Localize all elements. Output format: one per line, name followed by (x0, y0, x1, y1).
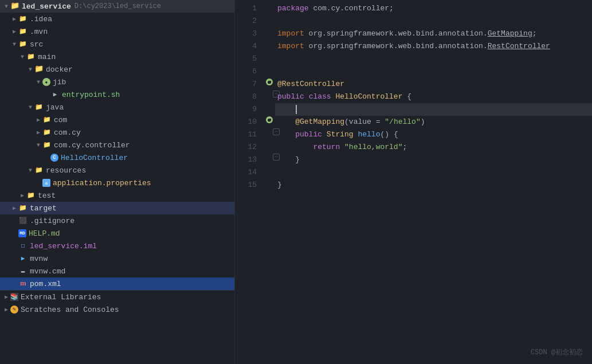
tree-com-cy[interactable]: 📁 com.cy (0, 126, 234, 139)
com-cy-folder-icon: 📁 (42, 128, 52, 137)
resources-folder-icon: 📁 (34, 166, 44, 175)
src-label: src (30, 40, 43, 49)
code-line-2 (275, 15, 592, 28)
com-cy-label: com.cy (54, 128, 81, 137)
code-line-15: } (275, 179, 592, 191)
sidebar-bottom: 📚 External Libraries ✎ Scratches and Con… (0, 290, 234, 316)
mvnw-icon: ▶ (18, 254, 28, 263)
code-line-3: import org.springframework.web.bind.anno… (275, 28, 592, 40)
tree-com[interactable]: 📁 com (0, 113, 234, 126)
gitignore-icon: ⬛ (18, 216, 28, 225)
scratches-icon: ✎ (10, 306, 18, 314)
code-line-5 (275, 53, 592, 65)
help-md-label: HELP.md (29, 229, 60, 238)
main-arrow (18, 54, 26, 60)
resources-label: resources (46, 166, 86, 175)
root-folder-icon: 📁 (10, 2, 19, 11)
tree-gitignore[interactable]: ⬛ .gitignore (0, 214, 234, 227)
root-label: led_service (22, 2, 71, 11)
file-tree[interactable]: 📁 led_service D:\cy2023\led_service 📁 .i… (0, 0, 235, 364)
ext-lib-arrow (2, 293, 10, 300)
spring-gutter-icon-10[interactable] (265, 116, 274, 125)
code-line-1: package com.cy.controller; (275, 2, 592, 15)
ext-lib-icon: 📚 (10, 293, 18, 301)
com-arrow (34, 116, 42, 123)
tree-target[interactable]: 📁 target (0, 202, 234, 214)
tree-application-properties[interactable]: a application.properties (0, 177, 234, 189)
tree-main[interactable]: 📁 main (0, 50, 234, 63)
tree-external-libraries[interactable]: 📚 External Libraries (0, 291, 234, 303)
mvnw-cmd-icon: ▬ (18, 267, 28, 276)
code-line-9 (275, 103, 592, 116)
gitignore-label: .gitignore (30, 217, 75, 225)
src-folder-icon: 📁 (18, 40, 28, 49)
code-line-6 (275, 65, 592, 78)
mvn-label: .mvn (30, 28, 48, 36)
tree-iml[interactable]: ◻ led_service.iml (0, 240, 234, 252)
docker-arrow (26, 66, 34, 73)
tree-mvn[interactable]: 📁 .mvn (0, 25, 234, 38)
tree-pom-xml[interactable]: 𝐦 pom.xml (0, 277, 234, 290)
docker-folder-icon: 📁 (34, 65, 44, 74)
watermark: CSDN @初念初恋 (531, 347, 583, 357)
idea-label: .idea (30, 15, 52, 24)
tree-test[interactable]: 📁 test (0, 189, 234, 202)
ext-lib-label: External Libraries (21, 293, 101, 302)
com-cy-controller-arrow (34, 142, 42, 148)
root-path: D:\cy2023\led_service (75, 2, 161, 10)
code-area: 1 2 3 4 5 6 7 8 9 10 11 12 13 14 15 (235, 0, 592, 364)
scratches-arrow (2, 306, 10, 313)
com-cy-controller-label: com.cy.controller (54, 141, 130, 150)
code-line-11: public String hello() { (275, 128, 592, 141)
entrypoint-label: entrypoint.sh (62, 91, 120, 99)
tree-docker[interactable]: 📁 docker (0, 63, 234, 76)
com-cy-arrow (34, 129, 42, 136)
code-line-16 (275, 191, 592, 204)
tree-root[interactable]: 📁 led_service D:\cy2023\led_service (0, 0, 234, 13)
code-line-14 (275, 166, 592, 179)
mvnw-label: mvnw (30, 255, 48, 263)
tree-help-md[interactable]: MD HELP.md (0, 227, 234, 240)
idea-folder-icon: 📁 (18, 14, 28, 24)
tree-resources[interactable]: 📁 resources (0, 164, 234, 177)
target-arrow (10, 205, 18, 212)
code-line-12: return "hello,world"; (275, 141, 592, 154)
tree-mvnw-cmd[interactable]: ▬ mvnw.cmd (0, 265, 234, 277)
resources-arrow (26, 167, 34, 174)
main-label: main (38, 53, 56, 61)
code-content: package com.cy.controller; import org.sp… (275, 2, 592, 364)
target-label: target (30, 204, 57, 213)
code-gutter: − − − (264, 2, 275, 364)
mvnw-cmd-label: mvnw.cmd (30, 267, 65, 276)
tree-hello-controller[interactable]: C HelloController (0, 151, 234, 164)
line-numbers: 1 2 3 4 5 6 7 8 9 10 11 12 13 14 15 (235, 2, 264, 364)
idea-arrow (10, 15, 18, 22)
com-folder-icon: 📁 (42, 115, 52, 124)
app-props-label: application.properties (53, 179, 151, 187)
tree-idea[interactable]: 📁 .idea (0, 13, 234, 25)
help-md-badge: MD (18, 229, 26, 237)
tree-mvnw[interactable]: ▶ mvnw (0, 252, 234, 265)
tree-src[interactable]: 📁 src (0, 38, 234, 50)
test-arrow (18, 192, 26, 199)
code-line-10: @GetMapping(value = "/hello") (275, 116, 592, 128)
mvn-folder-icon: 📁 (18, 27, 28, 36)
entrypoint-icon: ▶ (50, 90, 60, 99)
tree-com-cy-controller[interactable]: 📁 com.cy.controller (0, 139, 234, 151)
java-folder-icon: 📁 (34, 103, 44, 112)
pom-label: pom.xml (30, 280, 61, 288)
code-line-4: import org.springframework.web.bind.anno… (275, 40, 592, 53)
iml-label: led_service.iml (30, 242, 97, 251)
jib-arrow (34, 79, 42, 85)
test-folder-icon: 📁 (26, 191, 36, 200)
hello-controller-icon: C (50, 154, 58, 162)
code-line-7: @RestController (275, 78, 592, 91)
target-folder-icon: 📁 (18, 203, 28, 213)
tree-java-folder[interactable]: 📁 java (0, 101, 234, 113)
iml-icon: ◻ (18, 241, 28, 251)
tree-scratches[interactable]: ✎ Scratches and Consoles (0, 303, 234, 316)
spring-gutter-icon-7[interactable] (265, 78, 274, 87)
tree-jib[interactable]: ● jib (0, 76, 234, 88)
com-cy-controller-folder-icon: 📁 (42, 140, 52, 150)
tree-entrypoint[interactable]: ▶ entrypoint.sh (0, 88, 234, 101)
